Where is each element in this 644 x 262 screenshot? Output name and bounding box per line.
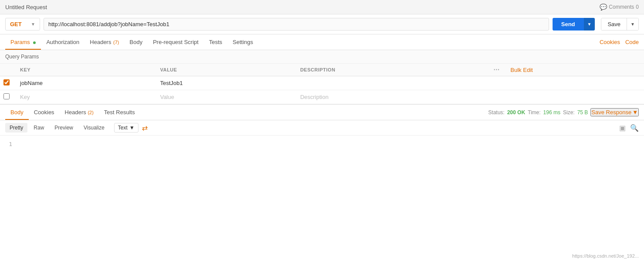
response-tab-body[interactable]: Body <box>5 105 29 120</box>
method-select[interactable]: GET ▼ <box>5 18 40 31</box>
time-label: Time: <box>528 109 541 116</box>
row1-description[interactable] <box>295 76 488 90</box>
row2-checkbox[interactable] <box>3 93 10 99</box>
row2-actions <box>488 90 505 104</box>
request-tabs-bar: Params Authorization Headers (7) Body Pr… <box>0 34 644 50</box>
line-numbers: 1 <box>0 139 17 211</box>
col-key: KEY <box>15 64 155 76</box>
key-placeholder: Key <box>20 94 30 100</box>
response-body: 1 <box>0 136 644 214</box>
save-response-button[interactable]: Save Response ▼ <box>590 108 639 116</box>
send-button[interactable]: Send <box>553 18 584 31</box>
url-bar: GET ▼ Send ▼ Save ▼ <box>0 14 644 34</box>
row2-checkbox-cell <box>0 90 15 104</box>
copy-icon[interactable]: ▣ <box>619 124 626 132</box>
response-tabs-bar: Body Cookies Headers (2) Test Results St… <box>0 105 644 120</box>
tab-settings[interactable]: Settings <box>227 34 258 50</box>
size-value: 75 B <box>577 109 588 116</box>
comments-section: 💬 Comments 0 <box>600 3 639 10</box>
method-chevron-icon: ▼ <box>31 22 35 27</box>
response-section: Body Cookies Headers (2) Test Results St… <box>0 104 644 214</box>
wrap-icon[interactable]: ⇄ <box>142 124 148 132</box>
save-button-group: Save ▼ <box>601 18 639 31</box>
comment-icon: 💬 <box>600 3 607 10</box>
col-value: VALUE <box>155 64 295 76</box>
row2-extra <box>505 90 644 104</box>
save-dropdown-button[interactable]: ▼ <box>627 18 638 30</box>
col-actions: ⋯ <box>488 64 505 76</box>
tab-tests[interactable]: Tests <box>204 34 227 50</box>
table-row: jobName TestJob1 <box>0 76 644 90</box>
response-content[interactable] <box>17 139 644 211</box>
comments-label[interactable]: Comments <box>609 4 634 10</box>
table-row: Key Value Description <box>0 90 644 104</box>
text-type-label: Text <box>118 125 128 131</box>
col-description: DESCRIPTION <box>295 64 488 76</box>
tab-params[interactable]: Params <box>5 34 41 50</box>
row1-extra <box>505 76 644 90</box>
row2-description[interactable]: Description <box>295 90 488 104</box>
response-status-bar: Status: 200 OK Time: 196 ms Size: 75 B S… <box>488 108 639 116</box>
format-preview[interactable]: Preview <box>50 123 78 133</box>
format-raw[interactable]: Raw <box>29 123 48 133</box>
response-action-icons: ▣ 🔍 <box>619 124 639 132</box>
title-bar: Untitled Request 💬 Comments 0 <box>0 0 644 14</box>
method-label: GET <box>10 21 22 27</box>
row1-key[interactable]: jobName <box>15 76 155 90</box>
time-value: 196 ms <box>543 109 560 116</box>
params-table: KEY VALUE DESCRIPTION ⋯ Bulk Edit jobNam… <box>0 64 644 104</box>
url-input[interactable] <box>44 18 549 31</box>
search-icon[interactable]: 🔍 <box>630 124 639 132</box>
save-response-chevron-icon: ▼ <box>632 109 638 116</box>
cookies-link[interactable]: Cookies <box>600 39 620 45</box>
desc-placeholder: Description <box>300 94 328 100</box>
row1-checkbox-cell <box>0 76 15 90</box>
tab-headers[interactable]: Headers (7) <box>84 34 124 50</box>
text-type-chevron-icon: ▼ <box>129 125 135 131</box>
tab-authorization[interactable]: Authorization <box>41 34 84 50</box>
row2-key[interactable]: Key <box>15 90 155 104</box>
more-options-icon[interactable]: ⋯ <box>493 66 500 73</box>
row1-checkbox[interactable] <box>3 79 10 85</box>
headers-badge: (7) <box>113 40 119 45</box>
response-format-bar: Pretty Raw Preview Visualize Text ▼ ⇄ ▣ … <box>0 120 644 136</box>
size-label: Size: <box>563 109 575 116</box>
status-label: Status: <box>488 109 504 116</box>
format-pretty[interactable]: Pretty <box>5 123 27 133</box>
row1-actions <box>488 76 505 90</box>
tab-body[interactable]: Body <box>125 34 148 50</box>
footer-link: https://blog.csdn.net/Joe_192... <box>572 253 639 259</box>
send-dropdown-button[interactable]: ▼ <box>584 18 595 31</box>
send-button-group: Send ▼ <box>553 18 595 31</box>
line-number-1: 1 <box>5 141 12 147</box>
row2-value[interactable]: Value <box>155 90 295 104</box>
page-title: Untitled Request <box>5 4 47 10</box>
query-params-label: Query Params <box>0 50 644 64</box>
value-placeholder: Value <box>160 94 174 100</box>
code-link[interactable]: Code <box>625 39 639 45</box>
status-value: 200 OK <box>507 109 525 116</box>
bulk-edit-button[interactable]: Bulk Edit <box>510 67 533 73</box>
format-visualize[interactable]: Visualize <box>79 123 109 133</box>
response-tab-headers[interactable]: Headers (2) <box>60 105 99 120</box>
request-tabs-right: Cookies Code <box>600 39 639 45</box>
headers-response-badge: (2) <box>88 110 93 115</box>
tab-pre-request[interactable]: Pre-request Script <box>148 34 204 50</box>
response-tab-cookies[interactable]: Cookies <box>29 105 60 120</box>
save-button[interactable]: Save <box>601 18 627 30</box>
row1-value[interactable]: TestJob1 <box>155 76 295 90</box>
text-type-dropdown[interactable]: Text ▼ <box>114 123 138 133</box>
col-checkbox <box>0 64 15 76</box>
params-active-dot <box>33 41 36 44</box>
comments-count: 0 <box>636 4 639 10</box>
col-bulk-edit: Bulk Edit <box>505 64 644 76</box>
response-tab-test-results[interactable]: Test Results <box>99 105 140 120</box>
